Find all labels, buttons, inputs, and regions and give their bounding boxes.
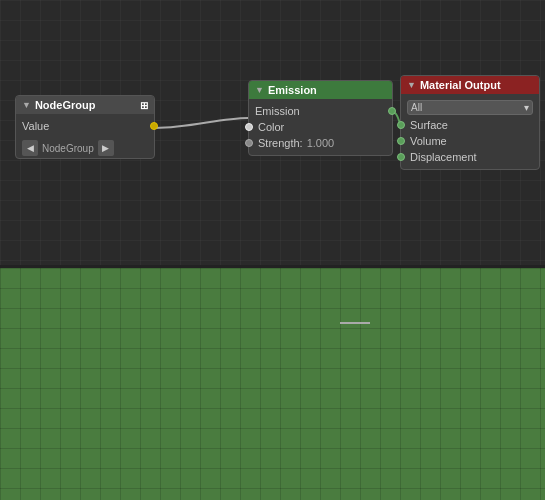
- nodegroup-body: Value: [16, 114, 154, 138]
- matoutput-dropdown-arrow: ▾: [524, 102, 529, 113]
- matoutput-header: ▼ Material Output: [401, 76, 539, 94]
- emission-title: Emission: [268, 84, 317, 96]
- nodegroup-prev-btn[interactable]: ◀: [22, 140, 38, 156]
- matoutput-row-surface: Surface: [401, 117, 539, 133]
- nodegroup-footer-label: NodeGroup: [42, 143, 94, 154]
- matoutput-dropdown-row: All ▾: [401, 98, 539, 117]
- emission-output-label: Emission: [255, 105, 300, 117]
- emission-strength-socket[interactable]: [245, 139, 253, 147]
- connections-bottom: [0, 268, 545, 500]
- collapse-arrow-nodegroup[interactable]: ▼: [22, 100, 31, 110]
- node-material-output: ▼ Material Output All ▾ Surface Volume D…: [400, 75, 540, 170]
- emission-output-socket[interactable]: [388, 107, 396, 115]
- collapse-arrow-emission[interactable]: ▼: [255, 85, 264, 95]
- matoutput-body: All ▾ Surface Volume Displacement: [401, 94, 539, 169]
- matoutput-displacement-label: Displacement: [410, 151, 477, 163]
- node-emission: ▼ Emission Emission Color Strength: 1.00…: [248, 80, 393, 156]
- nodegroup-output-socket[interactable]: [150, 122, 158, 130]
- emission-body: Emission Color Strength: 1.000: [249, 99, 392, 155]
- emission-color-label: Color: [258, 121, 284, 133]
- nodegroup-header: ▼ NodeGroup ⊞: [16, 96, 154, 114]
- node-nodegroup: ▼ NodeGroup ⊞ Value ◀ NodeGroup ▶: [15, 95, 155, 159]
- emission-row-color: Color: [249, 119, 392, 135]
- matoutput-surface-socket[interactable]: [397, 121, 405, 129]
- matoutput-volume-socket[interactable]: [397, 137, 405, 145]
- nodegroup-row-value: Value: [16, 118, 154, 134]
- nodegroup-footer: ◀ NodeGroup ▶: [16, 138, 154, 158]
- matoutput-dropdown-value: All: [411, 102, 422, 113]
- top-panel: ▼ NodeGroup ⊞ Value ◀ NodeGroup ▶ ▼ Emis…: [0, 0, 545, 265]
- matoutput-row-displacement: Displacement: [401, 149, 539, 165]
- matoutput-volume-label: Volume: [410, 135, 447, 147]
- nodegroup-title: NodeGroup: [35, 99, 96, 111]
- emission-row-strength: Strength: 1.000: [249, 135, 392, 151]
- emission-row-output: Emission: [249, 103, 392, 119]
- panel-divider: [0, 265, 545, 268]
- emission-strength-value: 1.000: [307, 137, 335, 149]
- nodegroup-value-label: Value: [22, 120, 49, 132]
- emission-header: ▼ Emission: [249, 81, 392, 99]
- nodegroup-next-btn[interactable]: ▶: [98, 140, 114, 156]
- emission-color-socket[interactable]: [245, 123, 253, 131]
- matoutput-title: Material Output: [420, 79, 501, 91]
- matoutput-displacement-socket[interactable]: [397, 153, 405, 161]
- bottom-panel: ▼ Group Input ▼ Value Value 0.100 ▼ Grou…: [0, 268, 545, 500]
- matoutput-row-volume: Volume: [401, 133, 539, 149]
- matoutput-dropdown[interactable]: All ▾: [407, 100, 533, 115]
- collapse-arrow-matoutput[interactable]: ▼: [407, 80, 416, 90]
- nodegroup-icon[interactable]: ⊞: [140, 100, 148, 111]
- matoutput-surface-label: Surface: [410, 119, 448, 131]
- emission-strength-label: Strength:: [258, 137, 303, 149]
